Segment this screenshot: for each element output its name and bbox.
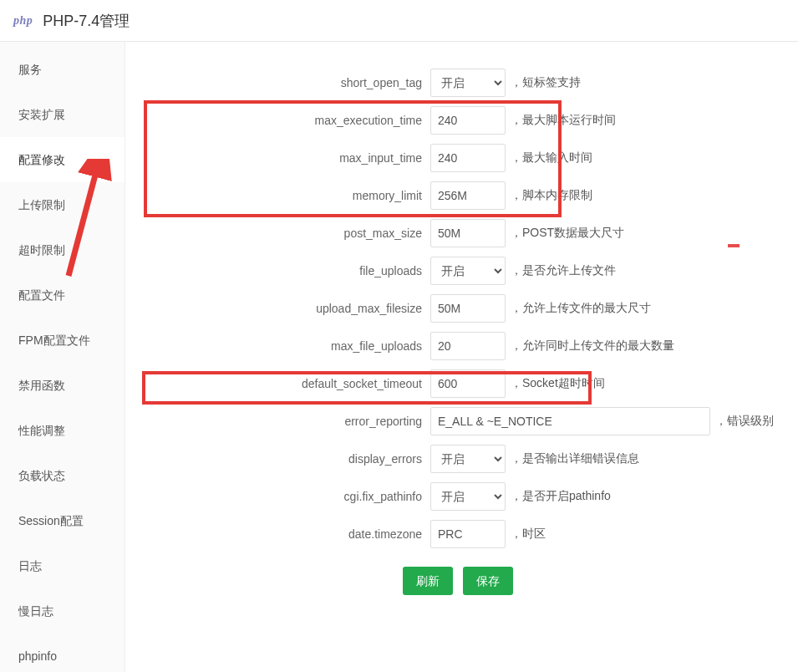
row-file-uploads: file_uploads 开启 ，是否允许上传文件 <box>125 252 790 289</box>
row-display-errors: display_errors 开启 ，是否输出详细错误信息 <box>125 440 790 477</box>
sidebar-item-label: 配置文件 <box>18 288 65 302</box>
sidebar-item-service[interactable]: 服务 <box>0 47 125 92</box>
save-button[interactable]: 保存 <box>463 567 513 595</box>
config-hint: ，短标签支持 <box>506 75 581 90</box>
row-cgi-fix-pathinfo: cgi.fix_pathinfo 开启 ，是否开启pathinfo <box>125 477 790 515</box>
max-input-time-input[interactable] <box>430 144 506 172</box>
config-label: date.timezone <box>125 527 430 541</box>
config-label: upload_max_filesize <box>125 302 430 315</box>
short-open-tag-select[interactable]: 开启 <box>430 69 506 97</box>
sidebar-item-label: 配置修改 <box>18 153 65 166</box>
cgi-fix-pathinfo-select[interactable]: 开启 <box>430 482 506 511</box>
sidebar-item-label: 安装扩展 <box>18 108 65 121</box>
sidebar-item-label: 负载状态 <box>18 469 65 482</box>
config-hint: ，时区 <box>506 527 546 542</box>
error-reporting-input[interactable] <box>430 407 710 435</box>
config-hint: ，POST数据最大尺寸 <box>506 226 624 241</box>
sidebar-item-label: 慢日志 <box>18 604 53 618</box>
config-label: display_errors <box>125 452 430 466</box>
file-uploads-select[interactable]: 开启 <box>430 257 506 285</box>
config-label: memory_limit <box>125 189 430 202</box>
row-date-timezone: date.timezone ，时区 <box>125 515 790 552</box>
max-file-uploads-input[interactable] <box>430 332 506 360</box>
content-area: short_open_tag 开启 ，短标签支持 max_execution_t… <box>125 42 798 672</box>
max-execution-time-input[interactable] <box>430 106 506 135</box>
sidebar-item-performance[interactable]: 性能调整 <box>0 408 125 453</box>
sidebar-item-label: 超时限制 <box>18 243 65 257</box>
row-max-input-time: max_input_time ，最大输入时间 <box>125 139 790 176</box>
row-post-max-size: post_max_size ，POST数据最大尺寸 <box>125 214 790 252</box>
sidebar-item-config-file[interactable]: 配置文件 <box>0 272 125 318</box>
config-hint: ，允许同时上传文件的最大数量 <box>506 339 674 354</box>
sidebar-item-fpm-config[interactable]: FPM配置文件 <box>0 318 125 363</box>
config-hint: ，允许上传文件的最大尺寸 <box>506 301 651 316</box>
row-max-execution-time: max_execution_time ，最大脚本运行时间 <box>125 101 790 139</box>
config-hint: ，Socket超时时间 <box>506 376 605 391</box>
row-short-open-tag: short_open_tag 开启 ，短标签支持 <box>125 64 790 101</box>
sidebar-item-label: 禁用函数 <box>18 379 65 392</box>
default-socket-timeout-input[interactable] <box>430 369 506 398</box>
row-upload-max-filesize: upload_max_filesize ，允许上传文件的最大尺寸 <box>125 289 790 327</box>
config-hint: ，错误级别 <box>710 414 774 429</box>
upload-max-filesize-input[interactable] <box>430 294 506 323</box>
page-title: PHP-7.4管理 <box>43 11 130 31</box>
sidebar-item-session[interactable]: Session配置 <box>0 498 125 543</box>
row-memory-limit: memory_limit ，脚本内存限制 <box>125 176 790 214</box>
sidebar-item-label: 服务 <box>18 63 42 76</box>
sidebar-item-upload-limit[interactable]: 上传限制 <box>0 182 125 227</box>
titlebar: php PHP-7.4管理 <box>0 0 798 42</box>
sidebar-item-slowlog[interactable]: 慢日志 <box>0 588 125 634</box>
config-hint: ，是否允许上传文件 <box>506 263 616 278</box>
config-label: cgi.fix_pathinfo <box>125 490 430 503</box>
sidebar-item-load-status[interactable]: 负载状态 <box>0 453 125 498</box>
config-hint: ，是否开启pathinfo <box>506 489 611 504</box>
php-logo-icon: php <box>13 14 33 28</box>
sidebar-item-config-edit[interactable]: 配置修改 <box>0 137 125 182</box>
button-row: 刷新 保存 <box>125 561 790 601</box>
annotation-mark <box>728 244 740 247</box>
config-label: file_uploads <box>125 264 430 277</box>
display-errors-select[interactable]: 开启 <box>430 445 506 473</box>
sidebar-item-label: Session配置 <box>18 514 84 527</box>
sidebar-item-label: FPM配置文件 <box>18 333 90 347</box>
config-hint: ，是否输出详细错误信息 <box>506 451 639 466</box>
refresh-button[interactable]: 刷新 <box>403 567 453 595</box>
config-label: short_open_tag <box>125 76 430 89</box>
memory-limit-input[interactable] <box>430 181 506 210</box>
sidebar-item-label: 日志 <box>18 559 42 573</box>
sidebar-item-label: 性能调整 <box>18 424 65 437</box>
config-label: default_socket_timeout <box>125 377 430 390</box>
config-label: error_reporting <box>125 415 430 428</box>
date-timezone-input[interactable] <box>430 520 506 548</box>
config-hint: ，脚本内存限制 <box>506 188 592 203</box>
sidebar-item-install-ext[interactable]: 安装扩展 <box>0 92 125 137</box>
row-max-file-uploads: max_file_uploads ，允许同时上传文件的最大数量 <box>125 327 790 364</box>
row-default-socket-timeout: default_socket_timeout ，Socket超时时间 <box>125 364 790 402</box>
sidebar-item-phpinfo[interactable]: phpinfo <box>0 634 125 672</box>
sidebar-item-log[interactable]: 日志 <box>0 543 125 588</box>
sidebar-item-timeout[interactable]: 超时限制 <box>0 227 125 272</box>
config-label: post_max_size <box>125 227 430 240</box>
sidebar-item-label: phpinfo <box>18 649 57 663</box>
sidebar-item-label: 上传限制 <box>18 198 65 211</box>
config-label: max_execution_time <box>125 114 430 127</box>
post-max-size-input[interactable] <box>430 219 506 247</box>
sidebar: 服务 安装扩展 配置修改 上传限制 超时限制 配置文件 FPM配置文件 禁用函数… <box>0 42 125 672</box>
config-label: max_file_uploads <box>125 339 430 353</box>
config-label: max_input_time <box>125 151 430 165</box>
sidebar-item-disabled-func[interactable]: 禁用函数 <box>0 363 125 408</box>
config-hint: ，最大输入时间 <box>506 150 592 165</box>
config-hint: ，最大脚本运行时间 <box>506 113 616 128</box>
row-error-reporting: error_reporting ，错误级别 <box>125 402 790 440</box>
